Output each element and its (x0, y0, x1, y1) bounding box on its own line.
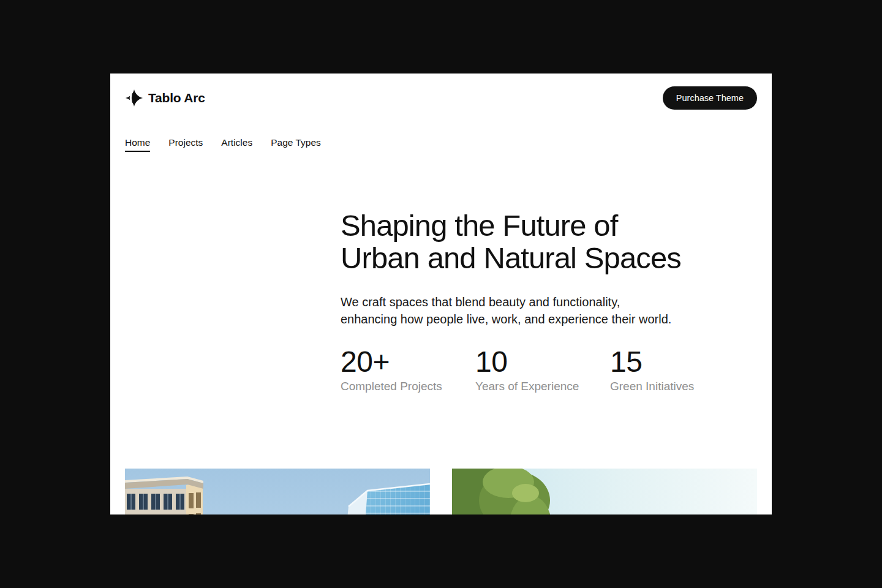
photo-green-tree (452, 469, 757, 514)
nav-item-home[interactable]: Home (125, 137, 150, 152)
nav-item-page-types[interactable]: Page Types (271, 137, 321, 152)
hero-section: Shaping the Future of Urban and Natural … (341, 209, 745, 393)
page-title-line-1: Shaping the Future of (341, 209, 745, 242)
stat-value: 15 (610, 346, 745, 378)
hero-gallery (125, 469, 757, 514)
stat-value: 20+ (341, 346, 475, 378)
sparkle-logo-icon (125, 89, 143, 107)
hero-description-line-1: We craft spaces that blend beauty and fu… (341, 293, 745, 311)
main-nav: Home Projects Articles Page Types (125, 137, 321, 152)
page-title-line-2: Urban and Natural Spaces (341, 242, 745, 274)
page-title: Shaping the Future of Urban and Natural … (341, 209, 745, 274)
page: Tablo Arc Purchase Theme Home Projects A… (110, 74, 772, 514)
hero-description: We craft spaces that blend beauty and fu… (341, 293, 745, 328)
stats-row: 20+ Completed Projects 10 Years of Exper… (341, 346, 745, 393)
stat-value: 10 (475, 346, 610, 378)
stat-label: Years of Experience (475, 380, 610, 393)
stat-label: Green Initiatives (610, 380, 745, 393)
header: Tablo Arc Purchase Theme (125, 86, 757, 110)
purchase-theme-button[interactable]: Purchase Theme (663, 86, 757, 110)
stat-completed-projects: 20+ Completed Projects (341, 346, 475, 393)
brand-name: Tablo Arc (148, 91, 205, 105)
brand-logo[interactable]: Tablo Arc (125, 89, 205, 107)
stat-green-initiatives: 15 Green Initiatives (610, 346, 745, 393)
nav-item-articles[interactable]: Articles (221, 137, 252, 152)
photo-city-architecture (125, 469, 430, 514)
stat-years-experience: 10 Years of Experience (475, 346, 610, 393)
stat-label: Completed Projects (341, 380, 475, 393)
hero-description-line-2: enhancing how people live, work, and exp… (341, 311, 745, 328)
nav-item-projects[interactable]: Projects (168, 137, 203, 152)
